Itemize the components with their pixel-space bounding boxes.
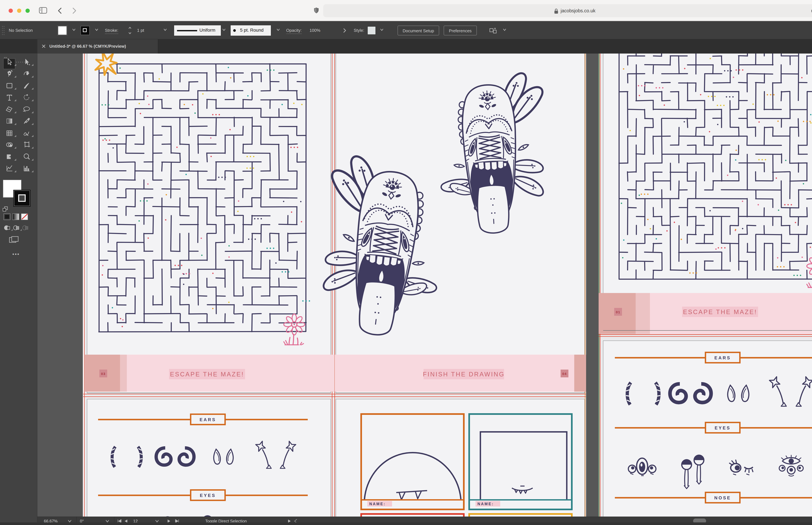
svg-text:EARS: EARS bbox=[200, 417, 216, 422]
svg-text:ESCAPE THE MAZE!: ESCAPE THE MAZE! bbox=[170, 371, 244, 378]
svg-text:ESCAPE THE MAZE!: ESCAPE THE MAZE! bbox=[683, 309, 757, 315]
svg-text:01: 01 bbox=[616, 310, 620, 314]
svg-text:NAME:: NAME: bbox=[369, 502, 386, 506]
svg-text:EYES: EYES bbox=[200, 493, 216, 498]
svg-text:NAME:: NAME: bbox=[477, 502, 494, 506]
svg-text:EARS: EARS bbox=[714, 356, 731, 360]
svg-text:FINISH THE DRAWING: FINISH THE DRAWING bbox=[423, 371, 505, 378]
svg-text:EYES: EYES bbox=[714, 425, 731, 431]
svg-text:03: 03 bbox=[101, 372, 105, 376]
svg-text:NOSE: NOSE bbox=[714, 495, 731, 500]
svg-text:04: 04 bbox=[562, 372, 567, 376]
